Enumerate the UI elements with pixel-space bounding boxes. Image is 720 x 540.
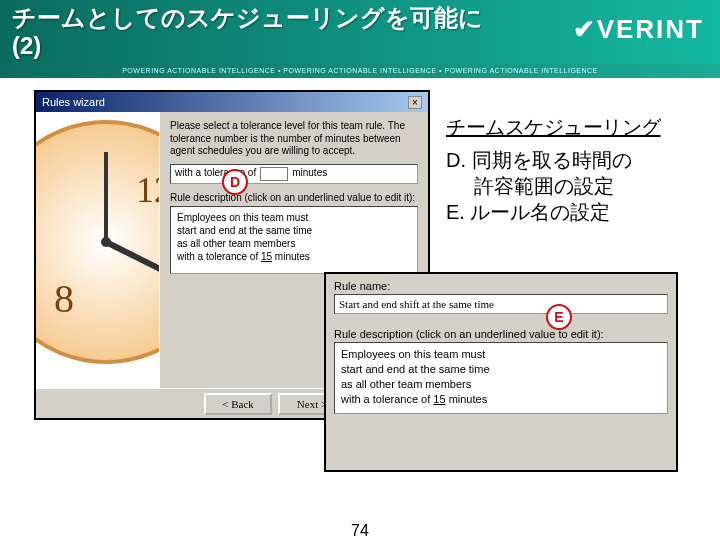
back-button[interactable]: < Back	[204, 393, 272, 415]
rule-name-popup: Rule name: Rule description (click on an…	[324, 272, 678, 472]
svg-text:8: 8	[54, 276, 74, 321]
annot-d-line1: D. 同期を取る時間の	[446, 147, 696, 173]
svg-text:12: 12	[136, 170, 160, 210]
slide-header: チームとしてのスケジューリングを可能に (2) ✔VERINT	[0, 0, 720, 64]
tagline-bar: POWERING ACTIONABLE INTELLIGENCE • POWER…	[0, 64, 720, 78]
rule-name-label: Rule name:	[326, 274, 676, 294]
rule-name-input[interactable]	[334, 294, 668, 314]
rule-desc-label: Rule description (click on an underlined…	[170, 192, 418, 205]
rule-desc-panel[interactable]: Employees on this team must start and en…	[170, 206, 418, 274]
annot-e-line: E. ルール名の設定	[446, 199, 696, 225]
svg-point-0	[36, 122, 160, 362]
annot-d-line2: 許容範囲の設定	[446, 173, 696, 199]
wizard-sidebar-image: 8 12	[36, 112, 160, 388]
wizard-titlebar[interactable]: Rules wizard ×	[36, 92, 428, 112]
logo-check-icon: ✔	[573, 14, 597, 44]
title-line1: チームとしてのスケジューリングを可能に	[12, 4, 483, 31]
annotation-block: チームスケジューリング D. 同期を取る時間の 許容範囲の設定 E. ルール名の…	[446, 114, 696, 225]
verint-logo: ✔VERINT	[573, 14, 704, 45]
slide-number: 74	[351, 522, 369, 540]
close-icon[interactable]: ×	[408, 96, 422, 109]
annot-header: チームスケジューリング	[446, 114, 696, 141]
popup-desc-box[interactable]: Employees on this team must start and en…	[334, 342, 668, 414]
title-line2: (2)	[12, 32, 41, 59]
callout-D: D	[222, 169, 248, 195]
svg-point-5	[101, 237, 111, 247]
popup-desc-label: Rule description (click on an underlined…	[326, 314, 676, 342]
slide-canvas: Rules wizard × 8 12	[0, 80, 720, 540]
tolerance-row: with a tolerance of minutes	[170, 164, 418, 184]
callout-E: E	[546, 304, 572, 330]
wizard-title: Rules wizard	[42, 96, 105, 108]
wizard-instruction: Please select a tolerance level for this…	[170, 120, 418, 158]
tolerance-input[interactable]	[260, 167, 288, 181]
tolerance-suffix: minutes	[292, 167, 327, 180]
